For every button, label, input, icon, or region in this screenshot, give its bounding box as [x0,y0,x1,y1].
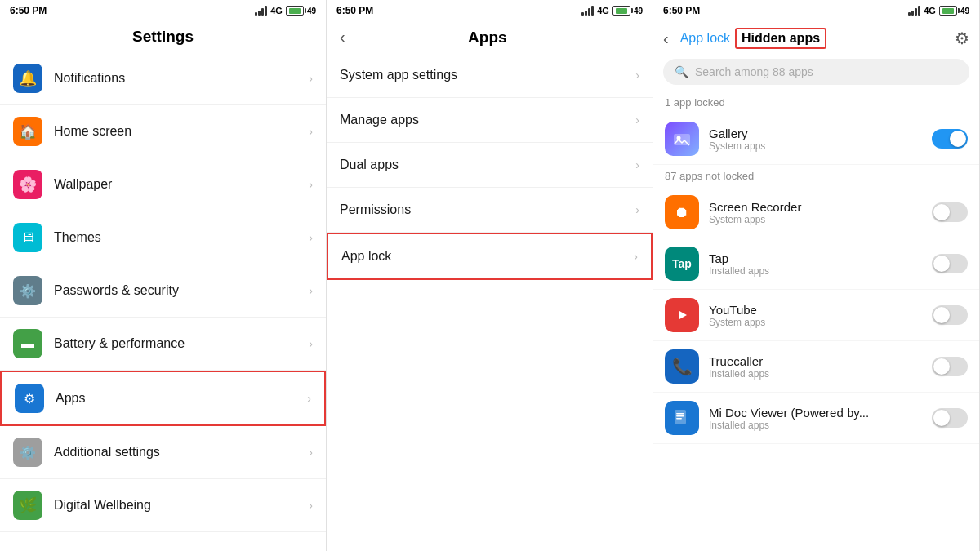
additional-icon: ⚙️ [13,438,42,467]
tap-app-sub: Installed apps [709,265,922,277]
search-icon: 🔍 [675,65,688,78]
wallpaper-label: Wallpaper [54,177,309,192]
themes-label: Themes [54,230,309,245]
sidebar-item-passwords[interactable]: ⚙️ Passwords & security › [0,264,326,318]
toggle-knob [933,410,950,426]
screen-recorder-name: Screen Recorder [709,200,922,214]
sidebar-item-home-screen[interactable]: 🏠 Home screen › [0,105,326,158]
notifications-icon: 🔔 [13,64,42,93]
youtube-app-sub: System apps [709,317,922,328]
apps-item-dual-apps[interactable]: Dual apps › [327,143,653,188]
apps-item-manage-apps[interactable]: Manage apps › [327,98,653,143]
passwords-icon: ⚙️ [13,276,42,305]
youtube-app-icon [665,298,699,332]
battery-label: Battery & performance [54,336,309,351]
tap-toggle[interactable] [932,254,968,273]
sidebar-item-apps[interactable]: ⚙ Apps › [0,371,326,426]
svg-rect-4 [675,410,686,424]
home-screen-label: Home screen [54,124,309,139]
chevron-icon: › [309,446,313,459]
gallery-app-icon [665,122,699,156]
manage-apps-label: Manage apps [340,113,419,127]
gallery-toggle[interactable] [932,129,968,149]
dual-apps-label: Dual apps [340,158,399,172]
svg-rect-6 [676,415,684,417]
signal-icon-1 [255,6,267,16]
status-icons-2: 4G 49 [581,6,643,16]
truecaller-app-name: Truecaller [709,354,922,368]
network-label-3: 4G [924,6,936,16]
sidebar-item-additional[interactable]: ⚙️ Additional settings › [0,426,326,479]
apps-item-app-lock[interactable]: App lock › [327,233,653,280]
chevron-icon: › [309,231,313,244]
hidden-apps-panel: 6:50 PM 4G 49 ‹ App lock Hidden apps ⚙ 🔍… [653,0,980,551]
truecaller-app-info: Truecaller Installed apps [709,354,922,380]
list-item[interactable]: 📞 Truecaller Installed apps [653,341,979,393]
time-2: 6:50 PM [336,5,373,16]
status-icons-1: 4G 49 [255,6,316,16]
svg-rect-5 [676,413,684,415]
status-bar-3: 6:50 PM 4G 49 [653,0,979,20]
list-item[interactable]: Gallery System apps [653,113,979,165]
network-label-2: 4G [597,6,609,16]
svg-rect-7 [676,418,682,420]
back-button-3[interactable]: ‹ [663,29,669,48]
back-button-2[interactable]: ‹ [340,28,345,47]
list-item[interactable]: YouTube System apps [653,290,979,341]
sidebar-item-wallpaper[interactable]: 🌸 Wallpaper › [0,158,326,211]
apps-label: Apps [56,391,307,406]
digital-icon: 🌿 [13,491,42,520]
gallery-app-sub: System apps [709,140,922,152]
sidebar-item-digital[interactable]: 🌿 Digital Wellbeing › [0,479,326,532]
midoc-app-sub: Installed apps [709,420,922,431]
truecaller-toggle[interactable] [932,357,968,376]
time-1: 6:50 PM [10,5,47,16]
network-label-1: 4G [270,6,283,16]
youtube-app-name: YouTube [709,303,922,317]
toggle-knob [950,131,966,147]
apps-panel: 6:50 PM 4G 49 ‹ Apps System app settings… [327,0,653,551]
additional-label: Additional settings [54,445,309,460]
list-item[interactable]: Mi Doc Viewer (Powered by... Installed a… [653,393,979,444]
chevron-icon: › [307,392,311,405]
midoc-toggle[interactable] [932,408,968,428]
battery-icon-2 [612,6,630,16]
youtube-toggle[interactable] [932,305,968,325]
chevron-icon: › [309,499,313,512]
toggle-knob [933,358,950,375]
search-bar[interactable]: 🔍 Search among 88 apps [663,59,969,85]
passwords-label: Passwords & security [54,283,309,298]
chevron-icon: › [635,158,639,171]
settings-title: Settings [0,20,326,52]
tab-app-lock[interactable]: App lock [680,31,730,46]
list-item[interactable]: Tap Tap Installed apps [653,238,979,290]
status-bar-2: 6:50 PM 4G 49 [327,0,653,20]
system-app-settings-label: System app settings [340,68,457,82]
apps-item-system-app-settings[interactable]: System app settings › [327,53,653,98]
battery-label-1: 49 [307,7,316,16]
chevron-icon: › [309,125,313,138]
chevron-icon: › [309,284,313,297]
chevron-icon: › [635,203,639,216]
screen-recorder-toggle[interactable] [932,202,968,222]
permissions-label: Permissions [340,202,411,217]
app-lock-label: App lock [341,249,391,264]
chevron-icon: › [309,72,313,85]
home-screen-icon: 🏠 [13,117,42,146]
themes-icon: 🖥 [13,223,42,252]
signal-icon-2 [581,6,594,16]
gallery-app-info: Gallery System apps [709,127,922,152]
sidebar-item-notifications[interactable]: 🔔 Notifications › [0,52,326,105]
gear-icon[interactable]: ⚙ [955,29,969,48]
unlocked-section-label: 87 apps not locked [653,165,979,187]
gallery-app-name: Gallery [709,127,922,140]
status-bar-1: 6:50 PM 4G 49 [0,0,326,20]
tab-hidden-apps-container[interactable]: Hidden apps [735,28,826,49]
settings-list: 🔔 Notifications › 🏠 Home screen › 🌸 Wall… [0,52,326,551]
battery-label-3: 49 [960,7,969,16]
chevron-icon: › [309,178,313,191]
apps-item-permissions[interactable]: Permissions › [327,188,653,233]
list-item[interactable]: ⏺ Screen Recorder System apps [653,187,979,238]
sidebar-item-battery[interactable]: ▬ Battery & performance › [0,318,326,371]
sidebar-item-themes[interactable]: 🖥 Themes › [0,211,326,264]
